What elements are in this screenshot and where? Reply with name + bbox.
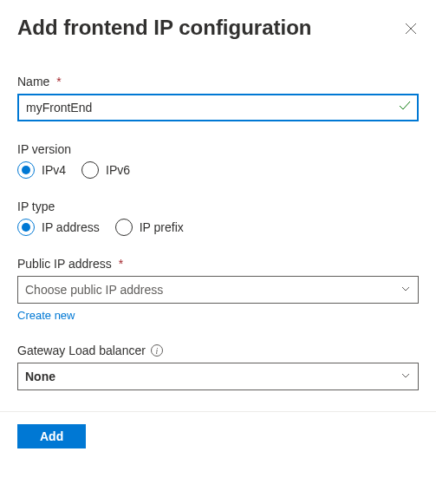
- ip-type-address-radio[interactable]: IP address: [17, 219, 100, 236]
- radio-icon: [81, 161, 99, 179]
- name-input[interactable]: [17, 94, 419, 121]
- info-icon[interactable]: i: [151, 344, 163, 357]
- radio-icon: [17, 219, 35, 236]
- radio-icon: [115, 219, 133, 236]
- chevron-down-icon: [400, 370, 411, 383]
- ip-version-ipv6-radio[interactable]: IPv6: [81, 161, 130, 179]
- add-button[interactable]: Add: [17, 424, 86, 448]
- public-ip-label: Public IP address*: [17, 257, 419, 271]
- public-ip-select[interactable]: Choose public IP address: [17, 276, 419, 304]
- ip-type-label: IP type: [17, 200, 419, 213]
- page-title: Add frontend IP configuration: [17, 16, 312, 40]
- gateway-lb-select[interactable]: None: [17, 363, 419, 390]
- ip-type-prefix-radio[interactable]: IP prefix: [115, 219, 184, 236]
- close-button[interactable]: [403, 21, 419, 36]
- close-icon: [405, 23, 417, 35]
- radio-label: IPv4: [42, 163, 66, 177]
- radio-label: IP address: [42, 220, 100, 234]
- radio-icon: [17, 161, 35, 179]
- check-icon: [398, 99, 412, 116]
- gateway-lb-label: Gateway Load balancer i: [17, 344, 419, 357]
- select-value: None: [25, 370, 55, 383]
- radio-label: IP prefix: [140, 220, 184, 234]
- select-value: Choose public IP address: [25, 283, 163, 297]
- ip-version-label: IP version: [17, 142, 419, 156]
- ip-version-ipv4-radio[interactable]: IPv4: [17, 161, 66, 179]
- name-label: Name*: [17, 75, 419, 88]
- radio-label: IPv6: [106, 163, 130, 177]
- create-new-link[interactable]: Create new: [17, 309, 75, 322]
- chevron-down-icon: [400, 283, 411, 297]
- footer-separator: [0, 411, 436, 412]
